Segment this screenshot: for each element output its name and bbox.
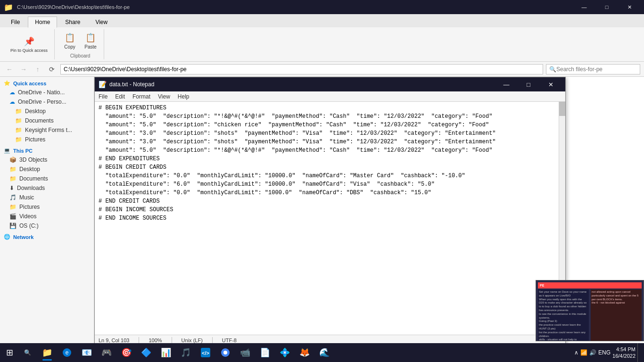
notepad-menu-view[interactable]: View xyxy=(154,92,174,101)
sidebar-item-pictures[interactable]: 📁 Pictures xyxy=(0,202,94,212)
tray-volume[interactable]: 🔊 xyxy=(589,349,596,356)
start-button[interactable]: ⊞ xyxy=(0,343,19,362)
back-button[interactable]: ← xyxy=(4,64,15,75)
notepad-minimize-button[interactable]: — xyxy=(495,77,517,91)
sidebar-item-onedrive-national[interactable]: ☁ OneDrive - Natio... xyxy=(0,88,94,97)
notepad-menu-edit[interactable]: Edit xyxy=(111,92,129,101)
tab-view[interactable]: View xyxy=(88,16,115,27)
folder-icon: 📁 xyxy=(15,127,22,133)
pin-to-quick-access-button[interactable]: 📌 Pin to Quick access xyxy=(8,34,50,55)
taskbar-app9[interactable]: 🦊 xyxy=(295,343,314,362)
title-path: C:\Users\9029\OneDrive\Desktop\test\file… xyxy=(17,4,573,10)
downloads-icon: ⬇ xyxy=(9,185,14,191)
sidebar-item-onedrive-personal[interactable]: ☁ OneDrive - Perso... xyxy=(0,97,94,107)
sidebar-this-pc-section: 💻 This PC 📦 3D Objects 📁 Desktop 📁 Docum… xyxy=(0,146,94,230)
notepad-menu-format[interactable]: Format xyxy=(129,92,154,101)
up-button[interactable]: ↑ xyxy=(32,64,43,75)
sidebar-item-3d-objects[interactable]: 📦 3D Objects xyxy=(0,155,94,165)
sidebar-this-pc-header[interactable]: 💻 This PC xyxy=(0,146,94,155)
sidebar-network-section: 🌐 Network xyxy=(0,232,94,241)
taskbar-app6[interactable]: 🔷 xyxy=(137,343,156,362)
taskbar-edge[interactable]: e xyxy=(58,343,76,362)
taskbar-pdf[interactable]: 📄 xyxy=(256,343,274,362)
sidebar: ⭐ Quick access ☁ OneDrive - Natio... ☁ O… xyxy=(0,77,94,351)
tab-home[interactable]: Home xyxy=(28,16,57,28)
taskbar-file-explorer[interactable]: 📁 xyxy=(38,343,57,362)
taskbar-app10[interactable]: 🌊 xyxy=(315,343,334,362)
show-desktop-button[interactable] xyxy=(637,343,640,362)
taskbar-clock[interactable]: 4:54 PM 16/4/2022 xyxy=(612,346,636,360)
taskbar-powershell[interactable]: 💠 xyxy=(275,343,294,362)
taskbar-tray: ∧ 📶 🔊 ENG xyxy=(574,349,611,356)
notepad-menu-file[interactable]: File xyxy=(95,92,111,101)
drive-icon: 💾 xyxy=(9,222,17,229)
notepad-menu-help[interactable]: Help xyxy=(174,92,193,101)
notepad-close-button[interactable]: ✕ xyxy=(540,77,561,91)
zoom-status: 100% xyxy=(149,337,162,343)
sidebar-item-desktop-quick[interactable]: 📁 Desktop xyxy=(0,107,94,116)
notepad-controls: — □ ✕ xyxy=(495,77,561,91)
sidebar-item-music[interactable]: 🎵 Music xyxy=(0,193,94,202)
taskbar-vscode[interactable]: </> xyxy=(196,343,215,362)
status-divider-2 xyxy=(172,337,172,344)
close-button[interactable]: ✕ xyxy=(619,0,640,14)
onedrive-icon: ☁ xyxy=(9,89,15,96)
forward-button[interactable]: → xyxy=(18,64,29,75)
sidebar-item-pictures-quick[interactable]: 📁 Pictures xyxy=(0,135,94,144)
onedrive-icon-personal: ☁ xyxy=(9,99,15,105)
music-icon: 🎵 xyxy=(9,194,17,201)
folder-icon: 📁 xyxy=(15,117,22,124)
notepad-menubar: File Edit Format View Help xyxy=(95,91,565,102)
search-box[interactable]: 🔍 xyxy=(546,64,640,74)
taskbar-mail[interactable]: 📧 xyxy=(77,343,96,362)
tab-share[interactable]: Share xyxy=(58,16,87,27)
notepad-titlebar: 📝 data.txt - Notepad — □ ✕ xyxy=(95,77,565,91)
taskbar-epic[interactable]: 🎯 xyxy=(117,343,136,362)
copy-icon: 📋 xyxy=(64,32,75,43)
paste-button[interactable]: 📋 Paste xyxy=(81,30,100,51)
tray-lang[interactable]: ENG xyxy=(598,349,611,356)
notepad-icon: 📝 xyxy=(99,81,107,88)
sidebar-item-documents[interactable]: 📁 Documents xyxy=(0,174,94,183)
notepad-text[interactable]: # BEGIN EXPENDITURES "amount": "5.0" "de… xyxy=(95,102,565,224)
copy-button[interactable]: 📋 Copy xyxy=(60,30,79,51)
minimize-button[interactable]: — xyxy=(573,0,595,14)
folder-icon: 📁 xyxy=(9,166,17,173)
title-controls: — □ ✕ xyxy=(573,0,640,14)
folder-icon: 📁 xyxy=(15,108,22,115)
scrollbar-thumb[interactable] xyxy=(559,102,565,116)
maximize-button[interactable]: □ xyxy=(596,0,618,14)
notepad-window[interactable]: 📝 data.txt - Notepad — □ ✕ File Edit For… xyxy=(94,77,566,346)
notepad-maximize-button[interactable]: □ xyxy=(518,77,539,91)
taskbar-search-button[interactable]: 🔍 xyxy=(19,343,36,362)
taskbar-chrome[interactable] xyxy=(216,343,235,362)
sidebar-quick-access-section: ⭐ Quick access ☁ OneDrive - Natio... ☁ O… xyxy=(0,79,94,144)
sidebar-item-desktop[interactable]: 📁 Desktop xyxy=(0,165,94,174)
recent-button[interactable]: ⟳ xyxy=(46,64,58,75)
sidebar-item-keysight[interactable]: 📁 Keysight Forms t... xyxy=(0,125,94,135)
star-icon: ⭐ xyxy=(4,80,10,86)
taskbar-app7[interactable]: 📊 xyxy=(157,343,175,362)
tray-network[interactable]: 📶 xyxy=(580,349,587,356)
taskbar-time-display: 4:54 PM xyxy=(612,346,636,353)
taskbar-app8[interactable]: 🎵 xyxy=(176,343,195,362)
thumb-box-1: Set your name on Dave so your name as it… xyxy=(538,289,589,341)
notepad-content[interactable]: # BEGIN EXPENDITURES "amount": "5.0" "de… xyxy=(95,102,565,335)
sidebar-network-header[interactable]: 🌐 Network xyxy=(0,232,94,241)
taskbar-steam[interactable]: 🎮 xyxy=(97,343,116,362)
taskbar-zoom[interactable]: 📹 xyxy=(236,343,255,362)
sidebar-item-downloads[interactable]: ⬇ Downloads xyxy=(0,183,94,193)
sidebar-item-documents-quick[interactable]: 📁 Documents xyxy=(0,116,94,125)
tab-file[interactable]: File xyxy=(4,16,27,27)
search-input[interactable] xyxy=(556,66,637,73)
tray-expand[interactable]: ∧ xyxy=(574,349,578,356)
sidebar-item-videos[interactable]: 🎬 Videos xyxy=(0,212,94,221)
search-icon: 🔍 xyxy=(549,66,556,73)
taskbar-app-icons: 📁 e 📧 🎮 🎯 🔷 📊 🎵 </> 📹 📄 💠 🦊 🌊 xyxy=(36,343,570,362)
sidebar-item-os-c[interactable]: 💾 OS (C:) xyxy=(0,221,94,230)
thumb-section-1: Set your name on Dave so your name as it… xyxy=(538,289,642,341)
thumb-content: PE Set your name on Dave so your name as… xyxy=(536,280,644,341)
svg-text:</>: </> xyxy=(202,350,209,356)
address-input[interactable] xyxy=(60,64,543,74)
sidebar-quick-access-header[interactable]: ⭐ Quick access xyxy=(0,79,94,88)
